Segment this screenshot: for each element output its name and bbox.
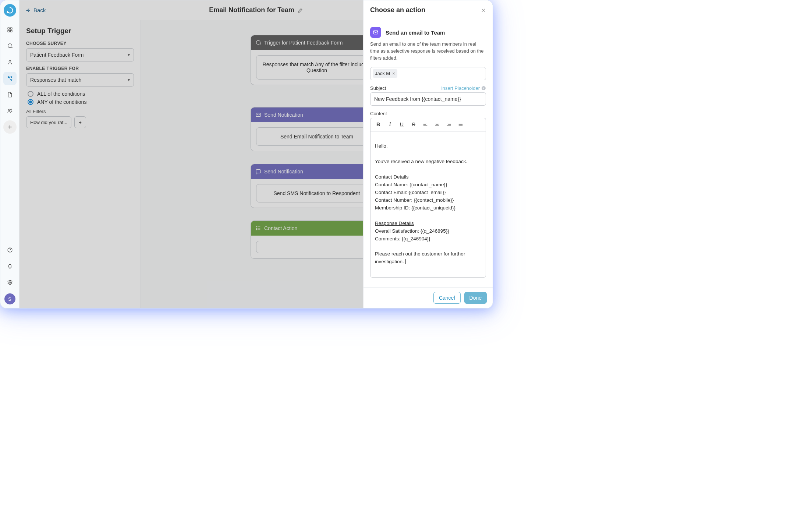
svg-rect-2 [8, 30, 10, 32]
svg-point-4 [9, 60, 11, 62]
app-logo[interactable] [4, 4, 16, 17]
node-inner: Send Email Notification to Team [256, 127, 377, 146]
content-editor[interactable]: Hello, You've received a new negative fe… [370, 131, 486, 278]
list-icon [255, 225, 261, 231]
svg-point-11 [10, 251, 10, 251]
chevron-down-icon: ▾ [128, 77, 130, 82]
action-name: Send an email to Team [386, 29, 445, 36]
chevron-down-icon: ▾ [128, 52, 130, 57]
nav-rail: S [0, 0, 19, 308]
mail-icon [255, 112, 261, 118]
rail-item-dashboard[interactable] [3, 23, 17, 36]
underline-button[interactable]: U [396, 120, 407, 129]
align-left-button[interactable] [420, 120, 431, 129]
enable-label: ENABLE TRIGGER FOR [26, 66, 134, 71]
align-justify-button[interactable] [455, 120, 466, 129]
rail-item-contacts[interactable] [3, 56, 17, 69]
chat-icon [255, 40, 261, 46]
filters-label: All Filters [26, 109, 134, 114]
svg-rect-3 [10, 30, 12, 32]
svg-rect-1 [10, 28, 12, 29]
arrow-left-icon [25, 7, 31, 13]
avatar[interactable]: S [4, 293, 15, 304]
svg-point-12 [9, 282, 11, 283]
svg-point-7 [11, 76, 12, 77]
action-description: Send an email to one of the team members… [370, 41, 486, 62]
italic-button[interactable]: I [384, 120, 396, 129]
edit-icon[interactable] [297, 7, 303, 13]
recipient-tag: Jack M × [373, 69, 397, 78]
svg-point-8 [8, 109, 10, 110]
strike-button[interactable]: S [408, 120, 419, 129]
survey-select[interactable]: Patient Feedback Form ▾ [26, 48, 134, 61]
choose-survey-label: CHOOSE SURVEY [26, 41, 134, 46]
action-drawer: Choose an action Send an email to Team S… [363, 0, 493, 308]
rail-item-audience[interactable] [3, 104, 17, 117]
insert-placeholder-button[interactable]: Insert Placeholder [441, 85, 486, 91]
svg-rect-14 [256, 170, 260, 173]
rail-item-add[interactable] [3, 120, 17, 134]
add-filter-button[interactable]: + [74, 116, 86, 128]
recipients-input[interactable]: Jack M × [370, 67, 486, 80]
back-label: Back [33, 7, 46, 13]
radio-icon [28, 91, 33, 97]
svg-point-9 [10, 109, 11, 110]
align-right-button[interactable] [443, 120, 454, 129]
filter-chip[interactable]: How did you rat... [26, 116, 71, 128]
page-title: Email Notification for Team [209, 6, 303, 14]
align-center-button[interactable] [432, 120, 443, 129]
svg-point-16 [256, 228, 257, 228]
sidebar-title: Setup Trigger [26, 27, 134, 35]
rail-item-workflows[interactable] [3, 72, 17, 85]
subject-label: Subject [370, 85, 386, 91]
bold-button[interactable]: B [373, 120, 384, 129]
rail-item-reports[interactable] [3, 88, 17, 101]
cancel-button[interactable]: Cancel [433, 292, 461, 304]
drawer-title: Choose an action [370, 6, 425, 14]
gear-icon[interactable] [3, 276, 17, 289]
radio-any[interactable]: ANY of the conditions [28, 99, 134, 105]
editor-toolbar: B I U S [370, 118, 486, 131]
done-button[interactable]: Done [464, 292, 487, 304]
rail-item-conversations[interactable] [3, 39, 17, 53]
svg-rect-0 [8, 28, 10, 29]
content-label: Content [370, 111, 486, 116]
enable-select[interactable]: Responses that match ▾ [26, 73, 134, 87]
svg-point-5 [8, 76, 9, 77]
app-window: S Back Email Notification for Team Setup… [0, 0, 493, 308]
radio-all[interactable]: ALL of the conditions [28, 91, 134, 97]
node-inner: Send SMS Notification to Respondent [256, 184, 377, 202]
svg-rect-20 [483, 88, 484, 89]
back-button[interactable]: Back [25, 7, 46, 13]
bell-icon[interactable] [3, 260, 17, 273]
svg-point-17 [256, 229, 257, 230]
info-icon [481, 86, 486, 91]
node-inner: Responses that match Any of the filter i… [256, 55, 377, 80]
subject-input[interactable] [370, 92, 486, 106]
remove-tag-icon[interactable]: × [392, 71, 395, 76]
svg-point-21 [483, 87, 484, 87]
setup-sidebar: Setup Trigger CHOOSE SURVEY Patient Feed… [19, 20, 141, 308]
svg-point-6 [11, 79, 12, 80]
radio-icon [28, 99, 33, 105]
close-icon[interactable] [481, 8, 486, 13]
mail-icon [370, 27, 381, 38]
node-inner [256, 241, 377, 253]
svg-point-15 [256, 226, 257, 227]
help-icon[interactable] [3, 243, 17, 257]
sms-icon [255, 169, 261, 174]
